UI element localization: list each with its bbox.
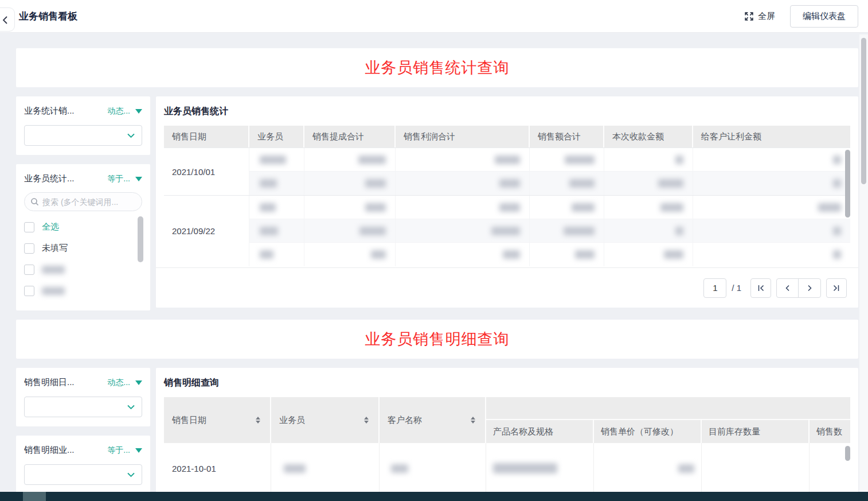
column-header: 给客户让利金额: [693, 126, 850, 147]
blurred-cell: [503, 250, 520, 259]
table-scrollbar-thumb[interactable]: [845, 150, 850, 218]
sortable-column-header[interactable]: 业务员: [271, 397, 380, 443]
filter-operator-dropdown[interactable]: 动态...: [107, 378, 130, 388]
column-header: 销售额合计: [530, 126, 604, 147]
column-header: 销售利润合计: [396, 126, 530, 147]
page-title: 业务销售看板: [19, 10, 77, 23]
sort-icon[interactable]: [255, 416, 261, 424]
summary-date-select[interactable]: [24, 125, 142, 146]
fullscreen-button[interactable]: 全屏: [744, 11, 775, 22]
filter-label: 销售明细业...: [24, 445, 107, 456]
blurred-cell: [660, 203, 683, 212]
blurred-cell: [371, 250, 386, 259]
blurred-cell: [564, 227, 595, 235]
blurred-cell: [260, 179, 277, 188]
summary-person-filter-card: 业务员统计... 等于... 全选 未填写: [16, 164, 150, 310]
blurred-cell: [675, 156, 683, 164]
blurred-cell: [572, 203, 595, 212]
last-page-button[interactable]: [826, 278, 847, 298]
column-header: 目前库存数量: [702, 420, 810, 443]
column-header: 销售提成合计: [304, 126, 396, 147]
option-label[interactable]: 未填写: [42, 243, 68, 254]
page-number-input[interactable]: [703, 278, 726, 298]
table-row: [249, 219, 850, 243]
blurred-cell: [678, 464, 694, 473]
page-total-label: / 1: [732, 283, 741, 293]
table-row: 2021-10-01: [164, 443, 850, 494]
blurred-cell: [833, 179, 841, 188]
checkbox[interactable]: [24, 265, 34, 275]
list-item: [24, 280, 142, 301]
blurred-cell: [818, 203, 841, 212]
filter-label: 销售明细日...: [24, 377, 107, 388]
edit-dashboard-button[interactable]: 编辑仪表盘: [790, 5, 858, 28]
column-header: 销售数: [810, 420, 850, 443]
collapse-sidebar-button[interactable]: [0, 7, 15, 32]
summary-banner: 业务员销售统计查询: [16, 48, 858, 87]
table-header: 销售日期 业务员 客户名称 产品名称及规格: [164, 397, 850, 443]
sortable-column-header[interactable]: 销售日期: [164, 397, 271, 443]
summary-date-filter-card: 业务统计销... 动态...: [16, 96, 150, 155]
detail-person-select[interactable]: [24, 464, 142, 485]
dropdown-triangle-icon[interactable]: [135, 448, 142, 453]
sort-icon[interactable]: [470, 416, 476, 424]
dropdown-triangle-icon[interactable]: [135, 177, 142, 181]
chevron-left-icon: [784, 284, 792, 292]
cell-sales-date: 2021/10/01: [164, 148, 249, 195]
select-all-checkbox[interactable]: [24, 222, 34, 232]
blurred-cell: [493, 463, 557, 473]
page-scrollbar[interactable]: [859, 34, 868, 492]
horizontal-scrollbar-thumb[interactable]: [23, 492, 46, 501]
group-header-spacer: [486, 397, 850, 420]
chevron-right-icon: [806, 284, 814, 292]
column-header-label: 客户名称: [388, 415, 422, 426]
first-page-icon: [757, 284, 765, 292]
checkbox[interactable]: [24, 286, 34, 296]
dropdown-triangle-icon[interactable]: [135, 109, 142, 114]
cell-sales-date: 2021-10-01: [164, 443, 271, 494]
sort-icon[interactable]: [363, 416, 369, 424]
dropdown-triangle-icon[interactable]: [135, 380, 142, 385]
blurred-cell: [284, 464, 306, 473]
blurred-cell: [833, 156, 841, 164]
table-row: [249, 196, 850, 219]
fullscreen-label: 全屏: [758, 11, 775, 22]
first-page-button[interactable]: [750, 278, 771, 298]
blurred-cell: [658, 179, 683, 188]
filter-operator-dropdown[interactable]: 等于...: [107, 445, 130, 456]
horizontal-scrollbar[interactable]: [0, 492, 868, 501]
sortable-column-header[interactable]: 客户名称: [380, 397, 486, 443]
column-header-label: 业务员: [279, 415, 305, 426]
summary-table: 销售日期 业务员 销售提成合计 销售利润合计 销售额合计 本次收款金额 给客户让…: [164, 126, 850, 266]
detail-date-select[interactable]: [24, 397, 142, 417]
checkbox[interactable]: [24, 243, 34, 254]
option-label[interactable]: 全选: [42, 222, 59, 232]
blurred-option: [42, 266, 65, 274]
blurred-cell: [491, 227, 520, 235]
chevron-down-icon: [127, 405, 135, 410]
table-header-row: 销售日期 业务员 销售提成合计 销售利润合计 销售额合计 本次收款金额 给客户让…: [164, 126, 850, 147]
cell-sales-date: 2021/09/22: [164, 196, 249, 266]
next-page-button[interactable]: [799, 279, 820, 297]
filter-operator-dropdown[interactable]: 等于...: [107, 174, 130, 184]
person-checkbox-list: 全选 未填写: [24, 216, 142, 301]
table-scrollbar-thumb[interactable]: [845, 446, 850, 461]
table-row: [249, 172, 850, 195]
table-title: 业务员销售统计: [164, 106, 850, 118]
list-scrollbar-thumb[interactable]: [138, 216, 143, 262]
blurred-cell: [495, 156, 520, 164]
page-scrollbar-thumb[interactable]: [861, 38, 866, 184]
top-bar: 业务销售看板 全屏 编辑仪表盘: [0, 0, 868, 33]
prev-page-button[interactable]: [777, 279, 799, 297]
blurred-option: [42, 287, 65, 295]
chevron-down-icon: [127, 472, 135, 477]
blurred-cell: [833, 227, 841, 235]
blurred-cell: [260, 203, 276, 212]
blurred-cell: [365, 179, 386, 188]
blurred-cell: [499, 203, 520, 212]
column-header: 本次收款金额: [604, 126, 693, 147]
search-input[interactable]: [42, 197, 136, 207]
blurred-cell: [260, 156, 286, 164]
table-row: [249, 243, 850, 266]
filter-operator-dropdown[interactable]: 动态...: [107, 106, 130, 116]
